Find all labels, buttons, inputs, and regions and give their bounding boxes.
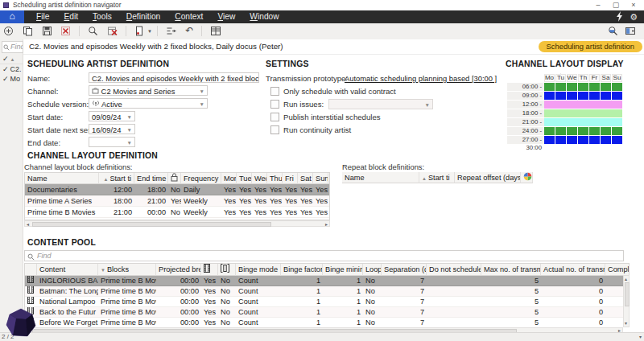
- scroll-down-icon[interactable]: ▾: [639, 335, 642, 339]
- column-header-content[interactable]: Content: [37, 264, 98, 276]
- remove-schedule-icon[interactable]: [107, 26, 118, 36]
- menu-window[interactable]: Window: [242, 10, 286, 23]
- column-header-do-not-schedule-before[interactable]: Do not schedule before: [427, 264, 481, 276]
- grid-block-cell[interactable]: [544, 118, 622, 126]
- grid-block-cell[interactable]: [601, 83, 611, 91]
- table-row[interactable]: Batman: The LongPrime time B Mov00:00Yes…: [25, 286, 629, 297]
- grid-block-cell[interactable]: [544, 83, 555, 91]
- run-issues-select[interactable]: ▼: [328, 99, 433, 109]
- column-header-actual-no-of-transmissions[interactable]: Actual no. of transmissions: [541, 264, 605, 276]
- grid-block-cell[interactable]: [567, 83, 577, 91]
- name-input[interactable]: C2. Movies and episodes Weekly with 2 fi…: [89, 72, 259, 83]
- table-row[interactable]: Prime time B Movies21:0000:00NoWeeklyYes…: [25, 207, 329, 218]
- sort-desc-icon[interactable]: ▼: [101, 268, 105, 273]
- column-header-mon[interactable]: Mon: [221, 173, 237, 184]
- column-header-projected-break[interactable]: Projected break: [156, 264, 201, 276]
- grid-block-cell[interactable]: [544, 101, 622, 109]
- grid-block-cell[interactable]: [578, 127, 588, 135]
- column-header-icon[interactable]: [25, 264, 37, 276]
- gear-icon[interactable]: ⚙: [630, 11, 638, 23]
- grid-block-cell[interactable]: [544, 127, 555, 135]
- checkbox-valid-contract[interactable]: [270, 87, 279, 96]
- run-list-icon[interactable]: [166, 26, 177, 36]
- maximize-button[interactable]: ▢: [607, 0, 625, 10]
- content-pool-find-input[interactable]: Find: [24, 250, 624, 261]
- minimize-button[interactable]: –: [589, 0, 607, 10]
- channel-select[interactable]: C2 Movies and Series ▼: [89, 85, 208, 96]
- column-header-lock-icon[interactable]: [168, 173, 181, 184]
- menu-edit[interactable]: Edit: [56, 10, 85, 23]
- grid-block-cell[interactable]: [578, 136, 588, 144]
- checkbox-publish-interstitial[interactable]: [270, 113, 279, 121]
- column-header-binge-mode[interactable]: Binge mode: [236, 264, 281, 276]
- menu-file[interactable]: File: [29, 10, 56, 23]
- lightning-icon[interactable]: [616, 11, 623, 24]
- sort-asc-icon[interactable]: ▲: [103, 177, 108, 182]
- grid-block-cell[interactable]: [578, 83, 588, 91]
- grid-block-cell[interactable]: [567, 92, 577, 100]
- grid-block-cell[interactable]: [555, 127, 566, 135]
- grid-block-cell[interactable]: [555, 92, 566, 100]
- sidebar-item-mo[interactable]: ✓Mo: [0, 74, 23, 84]
- grid-block-cell[interactable]: [589, 83, 600, 91]
- sidebar-header-row[interactable]: ✓▲: [0, 54, 23, 64]
- column-header-frequency[interactable]: Frequency: [181, 173, 221, 184]
- column-header-palette-icon[interactable]: [521, 172, 533, 183]
- column-header-binge-factor[interactable]: Binge factor: [281, 264, 323, 276]
- sidebar-find-input[interactable]: Find: [2, 41, 23, 53]
- grid-block-cell[interactable]: [601, 92, 611, 100]
- grid-block-cell[interactable]: [601, 127, 611, 135]
- grid-block-cell[interactable]: [567, 127, 577, 135]
- grid-block-cell[interactable]: [555, 136, 566, 144]
- grid-block-cell[interactable]: [544, 92, 555, 100]
- column-header-sat[interactable]: Sat: [298, 173, 313, 184]
- document-icon[interactable]: [134, 26, 143, 36]
- add-icon[interactable]: [3, 26, 14, 36]
- column-header-repeat-offset-days-[interactable]: Repeat offset (days): [455, 172, 521, 183]
- menu-tools[interactable]: Tools: [85, 10, 119, 23]
- column-header-wed[interactable]: Wed: [252, 173, 267, 184]
- zoom-icon[interactable]: [608, 26, 618, 36]
- column-header-copy-icon[interactable]: [328, 173, 330, 184]
- grid-block-cell[interactable]: [612, 127, 622, 135]
- close-button[interactable]: ×: [625, 0, 642, 10]
- delete-icon[interactable]: [60, 26, 71, 36]
- column-header-name[interactable]: Name: [25, 173, 99, 184]
- column-header-blocks[interactable]: ▼Blocks: [98, 264, 156, 276]
- table-row[interactable]: INGLORIOUS BASPrime time B Mov00:00YesNo…: [25, 276, 629, 286]
- grid-block-cell[interactable]: [612, 92, 622, 100]
- checkbox-run-continuity[interactable]: [270, 125, 279, 134]
- menu-view[interactable]: View: [210, 10, 242, 23]
- grid-block-cell[interactable]: [589, 136, 600, 144]
- column-header-loop[interactable]: Loop: [363, 264, 382, 276]
- column-header-thu[interactable]: Thu: [267, 173, 283, 184]
- grid-block-cell[interactable]: [567, 136, 577, 144]
- menu-definition[interactable]: Definition: [119, 10, 167, 23]
- grid-view-icon[interactable]: [210, 26, 221, 36]
- column-header-fri[interactable]: Fri: [283, 173, 298, 184]
- schedule-version-select[interactable]: Active ▼: [89, 98, 208, 109]
- table-row[interactable]: National LampooPrime time B Mov00:00YesN…: [25, 297, 629, 307]
- scroll-right-icon[interactable]: ▸: [325, 222, 328, 227]
- grid-block-cell[interactable]: [555, 83, 566, 91]
- grid-block-cell[interactable]: [544, 109, 622, 117]
- grid-block-cell[interactable]: [589, 127, 600, 135]
- column-header-start-ti[interactable]: ▲Start ti: [419, 172, 455, 183]
- scroll-up-icon[interactable]: ▴: [625, 277, 627, 281]
- table-row[interactable]: Prime time A Series18:0021:00YesWeeklyYe…: [25, 195, 329, 207]
- grid-block-cell[interactable]: [612, 136, 622, 144]
- column-header-sun[interactable]: Sun: [313, 173, 328, 184]
- scroll-left-icon[interactable]: ◂: [27, 222, 29, 227]
- column-header-filmstrip-bracket-icon[interactable]: [218, 264, 236, 276]
- chevron-down-icon[interactable]: ▼: [147, 29, 152, 34]
- grid-block-cell[interactable]: [578, 92, 588, 100]
- save-icon[interactable]: [42, 26, 52, 36]
- start-date-next-input[interactable]: 16/09/24 ▼: [89, 124, 135, 134]
- scroll-down-icon[interactable]: ▾: [625, 321, 627, 326]
- checkbox-run-issues[interactable]: [270, 100, 279, 109]
- column-header-compl[interactable]: Compl: [605, 264, 630, 276]
- end-date-input[interactable]: ▼: [89, 137, 135, 147]
- column-header-max-no-of-transmissions[interactable]: Max no. of transmissions: [481, 264, 541, 276]
- undo-icon[interactable]: ↶: [185, 26, 193, 36]
- home-button[interactable]: ⌂: [0, 10, 24, 23]
